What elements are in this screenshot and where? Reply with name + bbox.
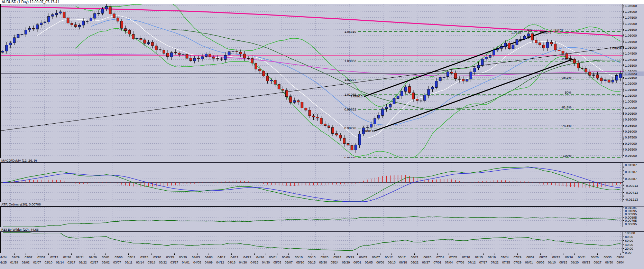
candle (125, 29, 127, 31)
candle (427, 89, 430, 95)
candle (40, 23, 42, 25)
candle (36, 25, 38, 29)
candle (59, 12, 62, 13)
price-annotation: 1.06245 (540, 30, 551, 34)
candle (381, 109, 384, 115)
date-label-row2: 06/18 (399, 261, 407, 264)
main-price-pane[interactable]: 1.063190%1.0385323.6%1.0229738.2%1.01065… (0, 1, 644, 265)
candle (259, 69, 261, 71)
date-label-row1: 04/26 (256, 256, 264, 259)
date-label-row1: 07/10 (462, 256, 470, 259)
candle (527, 34, 530, 37)
candle (186, 54, 188, 58)
candle (385, 107, 388, 109)
date-label-row1: 06/21 (411, 256, 418, 259)
date-label-row1: 04/22 (243, 256, 251, 259)
candle (335, 134, 338, 135)
date-label-row2: 06/27 (422, 261, 430, 264)
price-axis-label: 0.99000 (625, 117, 637, 121)
price-axis-label: 1.02000 (625, 81, 637, 85)
candle (332, 127, 334, 133)
price-axis-label: 0.96500 (625, 147, 637, 151)
candle (67, 18, 69, 23)
candle (48, 17, 50, 22)
symbol-title: AUDUSD (1 Day) 12-09-07_07-17-41 (2, 0, 59, 4)
candle (328, 126, 330, 127)
price-axis-label: 0.98500 (625, 124, 637, 127)
macd-pane-title-label: MACD/OsMA (12, 26, 9) (1, 158, 37, 162)
candle (366, 127, 368, 128)
pane-border (1, 4, 623, 158)
candle (374, 118, 376, 124)
candle (470, 72, 472, 79)
candle (282, 89, 284, 90)
fib-pct-label: 76.4% (562, 124, 571, 128)
rsi-line (3, 233, 620, 251)
date-label-row1: 07/05 (449, 256, 457, 259)
candle (320, 118, 322, 124)
rsi-axis-label: 20.00 (625, 247, 633, 250)
date-label-row1: 05/01 (269, 256, 277, 259)
date-label-row1: 05/20 (321, 256, 329, 259)
date-label-row2: 03/07 (113, 261, 121, 264)
candle (132, 34, 135, 39)
date-label-row1: 06/17 (398, 256, 406, 259)
date-label-row2: 08/10 (548, 261, 556, 264)
price-axis-label: 1.04000 (625, 58, 637, 61)
date-label-row1: 03/11 (128, 256, 135, 259)
date-label-row1: 07/01 (436, 256, 444, 259)
candle (497, 49, 499, 50)
date-label-row2: 08/27 (594, 261, 602, 264)
candle (481, 59, 484, 65)
price-axis-label: 0.97000 (625, 142, 637, 145)
date-label-row1: 08/02 (526, 256, 534, 259)
candle (347, 144, 349, 145)
candle (358, 134, 361, 145)
price-annotation: 1.06127 (511, 30, 523, 34)
candle (6, 45, 8, 51)
date-label-row2: 07/01 (434, 261, 442, 264)
candle (608, 80, 610, 82)
candle (562, 51, 564, 54)
macd-pane-title[interactable]: MACD/OsMA (12, 26, 9) (0, 158, 644, 163)
price-annotation: 1.06373 (551, 28, 563, 32)
candle (404, 87, 407, 91)
candle (232, 51, 234, 52)
candle (558, 50, 560, 51)
date-label-row2: 08/01 (525, 261, 533, 264)
date-label-row1: 08/26 (591, 256, 599, 259)
rsi-axis-label: 0.00 (625, 251, 632, 254)
date-label-row1: 02/07 (37, 256, 45, 259)
date-label-row2: 02/14 (56, 261, 64, 264)
candle (293, 100, 296, 102)
candle (9, 43, 12, 45)
candle (209, 54, 211, 57)
date-label-row2: 03/02 (102, 261, 110, 264)
candle (343, 138, 346, 144)
candle (285, 90, 288, 97)
candle (17, 34, 19, 38)
candle (462, 79, 464, 81)
candle (197, 58, 200, 59)
candle (117, 18, 119, 21)
date-label-row2: 05/07 (285, 261, 293, 264)
date-label-row1: 04/17 (230, 256, 238, 259)
candle (174, 52, 177, 53)
price-axis-label: 1.07500 (625, 16, 637, 19)
rsi-pane-title[interactable]: RSI By Wilder (20): 44.66 (0, 227, 644, 232)
atr-pane-title[interactable]: ATR Ordinary(20): 0.00708 (0, 202, 644, 206)
date-label-row1: 03/20 (153, 256, 161, 259)
date-label-row1: 05/15 (308, 256, 316, 259)
candle (519, 39, 522, 40)
candle (531, 33, 533, 40)
candle (98, 13, 100, 13)
fib-price-label: 0.99832 (344, 107, 356, 111)
fib-price-label: 1.03853 (344, 59, 356, 63)
candle (458, 79, 461, 79)
date-label-row2: 03/27 (171, 261, 178, 264)
date-label-row2: 08/15 (559, 261, 567, 264)
candle (565, 54, 568, 59)
date-label-row1: 01/24 (0, 256, 7, 259)
date-label-row1: 06/26 (424, 256, 432, 259)
date-label-row1: 07/24 (501, 256, 509, 259)
